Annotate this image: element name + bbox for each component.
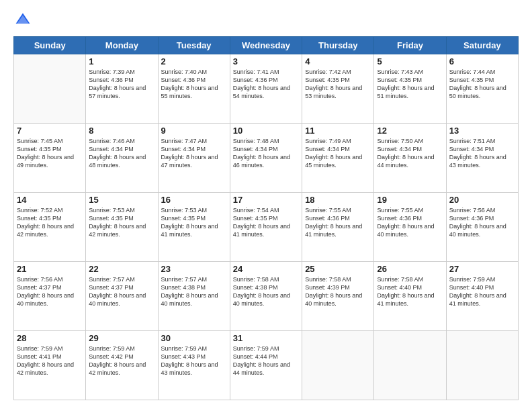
header <box>13 11 519 30</box>
day-number: 30 <box>161 333 227 343</box>
calendar-cell <box>446 331 518 400</box>
day-header-wednesday: Wednesday <box>230 37 302 54</box>
calendar-cell: 5Sunrise: 7:43 AMSunset: 4:35 PMDaylight… <box>374 54 446 124</box>
cell-info: Sunrise: 7:54 AMSunset: 4:35 PMDaylight:… <box>233 206 299 239</box>
cell-info: Sunrise: 7:56 AMSunset: 4:36 PMDaylight:… <box>449 206 515 239</box>
cell-info: Sunrise: 7:49 AMSunset: 4:34 PMDaylight:… <box>305 137 371 170</box>
cell-info: Sunrise: 7:39 AMSunset: 4:36 PMDaylight:… <box>89 68 154 101</box>
day-number: 21 <box>17 264 83 274</box>
cell-info: Sunrise: 7:44 AMSunset: 4:35 PMDaylight:… <box>449 68 515 101</box>
day-number: 25 <box>305 264 371 274</box>
calendar-cell: 26Sunrise: 7:58 AMSunset: 4:40 PMDayligh… <box>374 262 446 331</box>
cell-info: Sunrise: 7:42 AMSunset: 4:35 PMDaylight:… <box>305 68 371 101</box>
calendar-cell: 2Sunrise: 7:40 AMSunset: 4:36 PMDaylight… <box>158 54 230 124</box>
calendar-cell: 3Sunrise: 7:41 AMSunset: 4:36 PMDaylight… <box>230 54 302 124</box>
calendar-cell: 25Sunrise: 7:58 AMSunset: 4:39 PMDayligh… <box>302 262 374 331</box>
day-number: 14 <box>17 195 83 205</box>
cell-info: Sunrise: 7:53 AMSunset: 4:35 PMDaylight:… <box>161 206 227 239</box>
day-number: 1 <box>89 56 154 66</box>
cell-info: Sunrise: 7:57 AMSunset: 4:37 PMDaylight:… <box>89 275 154 308</box>
cell-info: Sunrise: 7:58 AMSunset: 4:40 PMDaylight:… <box>377 275 443 308</box>
day-number: 28 <box>17 333 83 343</box>
day-number: 22 <box>89 264 154 274</box>
day-number: 15 <box>89 195 154 205</box>
calendar-table: SundayMondayTuesdayWednesdayThursdayFrid… <box>13 36 519 400</box>
cell-info: Sunrise: 7:55 AMSunset: 4:36 PMDaylight:… <box>377 206 443 239</box>
week-row-0: 1Sunrise: 7:39 AMSunset: 4:36 PMDaylight… <box>14 54 519 124</box>
cell-info: Sunrise: 7:50 AMSunset: 4:34 PMDaylight:… <box>377 137 443 170</box>
calendar-cell: 7Sunrise: 7:45 AMSunset: 4:35 PMDaylight… <box>14 124 86 193</box>
calendar-header-row: SundayMondayTuesdayWednesdayThursdayFrid… <box>14 37 519 54</box>
calendar-cell: 19Sunrise: 7:55 AMSunset: 4:36 PMDayligh… <box>374 193 446 262</box>
calendar-cell: 8Sunrise: 7:46 AMSunset: 4:34 PMDaylight… <box>86 124 158 193</box>
calendar-cell: 31Sunrise: 7:59 AMSunset: 4:44 PMDayligh… <box>230 331 302 400</box>
logo-icon <box>13 11 32 30</box>
day-number: 6 <box>449 56 515 66</box>
calendar-cell: 21Sunrise: 7:56 AMSunset: 4:37 PMDayligh… <box>14 262 86 331</box>
day-number: 18 <box>305 195 371 205</box>
calendar-cell: 6Sunrise: 7:44 AMSunset: 4:35 PMDaylight… <box>446 54 518 124</box>
cell-info: Sunrise: 7:40 AMSunset: 4:36 PMDaylight:… <box>161 68 227 101</box>
cell-info: Sunrise: 7:56 AMSunset: 4:37 PMDaylight:… <box>17 275 83 308</box>
calendar-cell: 9Sunrise: 7:47 AMSunset: 4:34 PMDaylight… <box>158 124 230 193</box>
cell-info: Sunrise: 7:43 AMSunset: 4:35 PMDaylight:… <box>377 68 443 101</box>
day-header-saturday: Saturday <box>446 37 518 54</box>
day-number: 17 <box>233 195 299 205</box>
day-number: 20 <box>449 195 515 205</box>
calendar-cell: 30Sunrise: 7:59 AMSunset: 4:43 PMDayligh… <box>158 331 230 400</box>
calendar-cell: 28Sunrise: 7:59 AMSunset: 4:41 PMDayligh… <box>14 331 86 400</box>
calendar-cell <box>14 54 86 124</box>
cell-info: Sunrise: 7:52 AMSunset: 4:35 PMDaylight:… <box>17 206 83 239</box>
cell-info: Sunrise: 7:47 AMSunset: 4:34 PMDaylight:… <box>161 137 227 170</box>
cell-info: Sunrise: 7:57 AMSunset: 4:38 PMDaylight:… <box>161 275 227 308</box>
day-number: 31 <box>233 333 299 343</box>
day-number: 16 <box>161 195 227 205</box>
calendar-cell: 4Sunrise: 7:42 AMSunset: 4:35 PMDaylight… <box>302 54 374 124</box>
day-number: 23 <box>161 264 227 274</box>
week-row-1: 7Sunrise: 7:45 AMSunset: 4:35 PMDaylight… <box>14 124 519 193</box>
calendar-cell: 20Sunrise: 7:56 AMSunset: 4:36 PMDayligh… <box>446 193 518 262</box>
calendar-cell: 10Sunrise: 7:48 AMSunset: 4:34 PMDayligh… <box>230 124 302 193</box>
day-number: 3 <box>233 56 299 66</box>
calendar-cell: 13Sunrise: 7:51 AMSunset: 4:34 PMDayligh… <box>446 124 518 193</box>
day-number: 9 <box>161 126 227 136</box>
calendar-cell: 24Sunrise: 7:58 AMSunset: 4:38 PMDayligh… <box>230 262 302 331</box>
cell-info: Sunrise: 7:59 AMSunset: 4:43 PMDaylight:… <box>161 345 227 377</box>
cell-info: Sunrise: 7:59 AMSunset: 4:44 PMDaylight:… <box>233 345 299 377</box>
cell-info: Sunrise: 7:58 AMSunset: 4:38 PMDaylight:… <box>233 275 299 308</box>
day-number: 8 <box>89 126 154 136</box>
cell-info: Sunrise: 7:48 AMSunset: 4:34 PMDaylight:… <box>233 137 299 170</box>
day-number: 11 <box>305 126 371 136</box>
calendar-cell: 1Sunrise: 7:39 AMSunset: 4:36 PMDaylight… <box>86 54 158 124</box>
day-number: 2 <box>161 56 227 66</box>
cell-info: Sunrise: 7:59 AMSunset: 4:41 PMDaylight:… <box>17 345 83 377</box>
cell-info: Sunrise: 7:46 AMSunset: 4:34 PMDaylight:… <box>89 137 154 170</box>
calendar-cell: 12Sunrise: 7:50 AMSunset: 4:34 PMDayligh… <box>374 124 446 193</box>
calendar-cell: 23Sunrise: 7:57 AMSunset: 4:38 PMDayligh… <box>158 262 230 331</box>
calendar-cell: 22Sunrise: 7:57 AMSunset: 4:37 PMDayligh… <box>86 262 158 331</box>
calendar-cell <box>374 331 446 400</box>
calendar-cell: 15Sunrise: 7:53 AMSunset: 4:35 PMDayligh… <box>86 193 158 262</box>
week-row-2: 14Sunrise: 7:52 AMSunset: 4:35 PMDayligh… <box>14 193 519 262</box>
cell-info: Sunrise: 7:59 AMSunset: 4:42 PMDaylight:… <box>89 345 154 377</box>
calendar-cell: 18Sunrise: 7:55 AMSunset: 4:36 PMDayligh… <box>302 193 374 262</box>
week-row-4: 28Sunrise: 7:59 AMSunset: 4:41 PMDayligh… <box>14 331 519 400</box>
calendar-cell: 27Sunrise: 7:59 AMSunset: 4:40 PMDayligh… <box>446 262 518 331</box>
page: SundayMondayTuesdayWednesdayThursdayFrid… <box>0 0 532 411</box>
day-header-thursday: Thursday <box>302 37 374 54</box>
cell-info: Sunrise: 7:55 AMSunset: 4:36 PMDaylight:… <box>305 206 371 239</box>
day-header-tuesday: Tuesday <box>158 37 230 54</box>
week-row-3: 21Sunrise: 7:56 AMSunset: 4:37 PMDayligh… <box>14 262 519 331</box>
cell-info: Sunrise: 7:51 AMSunset: 4:34 PMDaylight:… <box>449 137 515 170</box>
cell-info: Sunrise: 7:53 AMSunset: 4:35 PMDaylight:… <box>89 206 154 239</box>
calendar-cell: 29Sunrise: 7:59 AMSunset: 4:42 PMDayligh… <box>86 331 158 400</box>
day-number: 7 <box>17 126 83 136</box>
day-header-friday: Friday <box>374 37 446 54</box>
cell-info: Sunrise: 7:41 AMSunset: 4:36 PMDaylight:… <box>233 68 299 101</box>
calendar-cell <box>302 331 374 400</box>
calendar-cell: 17Sunrise: 7:54 AMSunset: 4:35 PMDayligh… <box>230 193 302 262</box>
cell-info: Sunrise: 7:59 AMSunset: 4:40 PMDaylight:… <box>449 275 515 308</box>
logo <box>13 11 35 30</box>
day-number: 26 <box>377 264 443 274</box>
day-number: 10 <box>233 126 299 136</box>
